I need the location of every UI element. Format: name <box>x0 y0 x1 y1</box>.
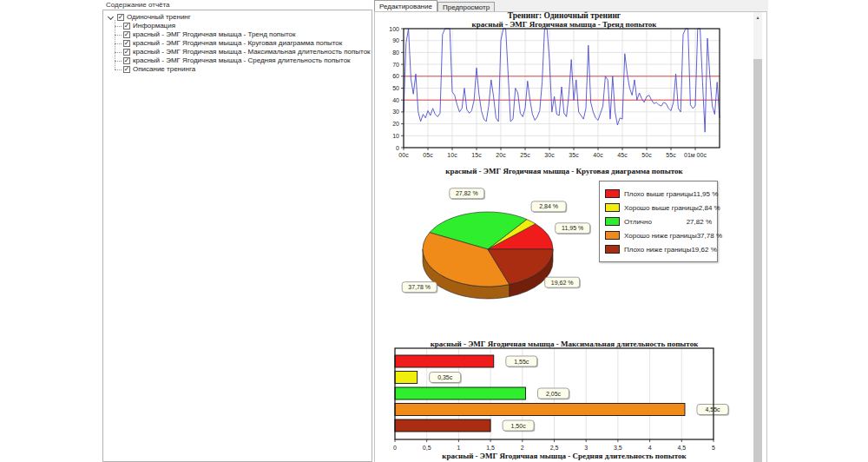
svg-text:1,5: 1,5 <box>486 445 495 451</box>
avg-duration-chart-title: красный - ЭМГ Ягодичная мышца - Средняя … <box>375 452 753 460</box>
svg-text:50: 50 <box>392 85 399 91</box>
tree-item[interactable]: красный - ЭМГ Ягодичная мышца - Средняя … <box>117 56 372 65</box>
svg-text:19,62 %: 19,62 % <box>551 280 574 286</box>
svg-text:70: 70 <box>392 62 399 68</box>
tree-item-label: красный - ЭМГ Ягодичная мышца - Средняя … <box>133 56 351 65</box>
legend-row: Плохо ниже границы19,62 % <box>605 242 712 256</box>
svg-text:01м 00с: 01м 00с <box>684 152 707 158</box>
checkbox-checked-icon[interactable] <box>123 57 130 64</box>
svg-text:55с: 55с <box>666 152 676 158</box>
checkbox-checked-icon[interactable] <box>117 14 124 21</box>
legend-value: 19,62 % <box>691 246 716 254</box>
legend-swatch-icon <box>605 231 620 240</box>
legend-label: Плохо ниже границы <box>624 246 691 254</box>
legend-label: Отлично <box>624 218 687 226</box>
svg-text:2,05с: 2,05с <box>546 391 562 397</box>
svg-text:50с: 50с <box>641 152 652 158</box>
svg-text:1,50с: 1,50с <box>511 423 527 429</box>
svg-text:2: 2 <box>521 445 524 451</box>
legend-label: Плохо выше границы <box>624 190 694 198</box>
legend-row: Отлично27,82 % <box>605 214 712 228</box>
svg-text:4,55с: 4,55с <box>705 406 720 412</box>
svg-text:25с: 25с <box>520 152 530 158</box>
svg-text:4: 4 <box>648 445 652 451</box>
svg-text:37,78 %: 37,78 % <box>408 284 431 290</box>
svg-text:3: 3 <box>584 445 588 451</box>
checkbox-checked-icon[interactable] <box>123 23 130 30</box>
tree-item[interactable]: красный - ЭМГ Ягодичная мышца - Круговая… <box>117 39 372 48</box>
legend-value: 37,78 % <box>697 232 722 240</box>
vertical-scrollbar[interactable]: ▲ <box>753 12 762 462</box>
svg-text:15с: 15с <box>471 152 482 158</box>
scroll-up-icon[interactable]: ▲ <box>753 12 762 23</box>
scrollbar-thumb[interactable] <box>753 59 762 462</box>
legend-swatch-icon <box>605 245 620 254</box>
trend-chart[interactable]: 00с05с10с15с20с25с30с35с40с45с50с55с01м … <box>382 24 729 163</box>
tree-item[interactable]: Информация <box>117 22 372 30</box>
legend-row: Хорошо выше границы2,84 % <box>605 201 712 214</box>
tree-item-label: Одиночный тренинг <box>127 13 191 22</box>
report-contents-tree: Одиночный тренинг Информациякрасный - ЭМ… <box>102 10 372 462</box>
tree-children: Информациякрасный - ЭМГ Ягодичная мышца … <box>117 22 372 74</box>
pie-chart-title: красный - ЭМГ Ягодичная мышца - Круговая… <box>375 167 753 175</box>
svg-text:1: 1 <box>457 445 460 451</box>
tab-strip: РедактированиеПредпросмотр <box>374 0 768 11</box>
legend-swatch-icon <box>605 189 620 198</box>
svg-text:30с: 30с <box>544 152 555 158</box>
legend-value: 27,82 % <box>687 218 712 226</box>
tree-item[interactable]: красный - ЭМГ Ягодичная мышца - Максимал… <box>117 48 372 56</box>
tree-item-label: Описание тренинга <box>133 65 195 74</box>
legend-swatch-icon <box>605 203 620 212</box>
max-duration-bar-chart[interactable]: 00,511,522,533,544,551,55с0,35с2,05с4,55… <box>389 346 732 453</box>
legend-label: Хорошо ниже границы <box>624 232 697 240</box>
svg-text:05с: 05с <box>423 152 433 158</box>
svg-text:0,5: 0,5 <box>423 445 431 451</box>
legend-row: Плохо выше границы11,95 % <box>605 187 712 201</box>
svg-text:10: 10 <box>392 133 399 139</box>
tree-item[interactable]: красный - ЭМГ Ягодичная мышца - Тренд по… <box>117 30 372 39</box>
sidebar-header: Содержание отчёта <box>106 1 170 9</box>
legend-row: Хорошо ниже границы37,78 % <box>605 228 712 242</box>
legend-value: 2,84 % <box>699 204 720 212</box>
svg-text:1,55с: 1,55с <box>514 359 529 365</box>
svg-text:27,82 %: 27,82 % <box>456 190 478 196</box>
tree-item-label: красный - ЭМГ Ягодичная мышца - Максимал… <box>133 48 371 56</box>
tree-item-label: красный - ЭМГ Ягодичная мышца - Круговая… <box>133 39 342 48</box>
svg-text:4,5: 4,5 <box>677 445 686 451</box>
tree-item[interactable]: Описание тренинга <box>117 65 372 74</box>
svg-text:2,5: 2,5 <box>550 445 559 451</box>
legend-label: Хорошо выше границы <box>624 204 699 212</box>
svg-text:0,35с: 0,35с <box>437 374 453 380</box>
checkbox-checked-icon[interactable] <box>123 66 130 73</box>
tree-item-root[interactable]: Одиночный тренинг <box>103 13 372 22</box>
chevron-expanded-icon[interactable] <box>108 13 114 19</box>
tree-item-label: красный - ЭМГ Ягодичная мышца - Тренд по… <box>133 30 295 39</box>
svg-text:60: 60 <box>392 73 399 79</box>
svg-text:5: 5 <box>712 445 715 451</box>
checkbox-checked-icon[interactable] <box>123 49 130 56</box>
svg-text:40с: 40с <box>593 152 603 158</box>
pie-chart[interactable]: 11,95 %2,84 %27,82 %37,78 %19,62 % <box>391 178 608 319</box>
svg-text:90: 90 <box>392 37 399 43</box>
svg-text:11,95 %: 11,95 % <box>562 225 583 231</box>
svg-text:0: 0 <box>393 445 397 451</box>
tree-item-label: Информация <box>133 22 175 30</box>
svg-text:10с: 10с <box>447 152 457 158</box>
svg-text:45с: 45с <box>617 152 628 158</box>
svg-text:20: 20 <box>392 121 399 127</box>
svg-text:0: 0 <box>396 145 399 151</box>
checkbox-checked-icon[interactable] <box>123 31 130 38</box>
svg-text:30: 30 <box>392 109 399 115</box>
pie-legend: Плохо выше границы11,95 %Хорошо выше гра… <box>599 181 718 262</box>
svg-text:00с: 00с <box>398 152 409 158</box>
svg-text:100: 100 <box>389 26 399 32</box>
checkbox-checked-icon[interactable] <box>123 40 130 47</box>
svg-text:3,5: 3,5 <box>614 445 622 451</box>
legend-value: 11,95 % <box>694 190 719 198</box>
svg-text:40: 40 <box>392 97 399 103</box>
svg-text:2,84 %: 2,84 % <box>539 203 558 209</box>
svg-text:20с: 20с <box>496 152 506 158</box>
legend-swatch-icon <box>605 217 620 226</box>
svg-text:35с: 35с <box>569 152 579 158</box>
svg-text:80: 80 <box>392 50 399 56</box>
